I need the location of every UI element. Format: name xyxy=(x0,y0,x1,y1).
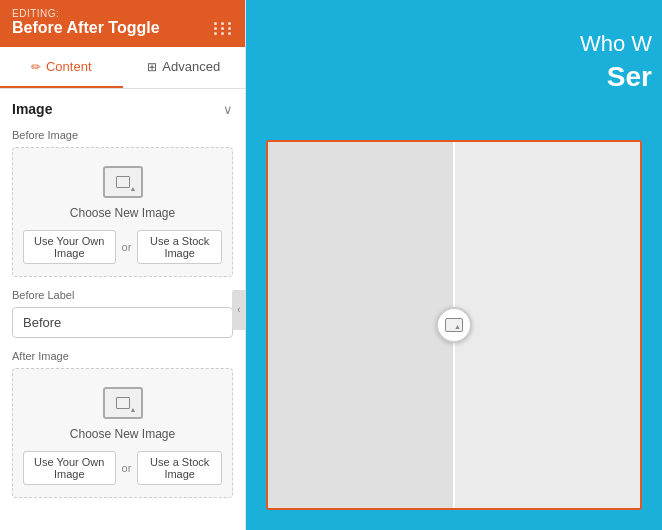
choose-image-text: Choose New Image xyxy=(70,206,175,220)
after-image-btn-row: Use Your Own Image or Use a Stock Image xyxy=(23,451,222,485)
or-text: or xyxy=(122,241,132,253)
before-image-upload-box: Choose New Image Use Your Own Image or U… xyxy=(12,147,233,277)
use-own-image-button[interactable]: Use Your Own Image xyxy=(23,230,116,264)
use-stock-image-button[interactable]: Use a Stock Image xyxy=(137,230,222,264)
after-half xyxy=(455,142,640,508)
sub-text: Ser xyxy=(580,59,652,95)
after-image-upload-box: Choose New Image Use Your Own Image or U… xyxy=(12,368,233,498)
right-panel: Who W Ser xyxy=(246,0,662,530)
who-text: Who W xyxy=(580,30,652,59)
right-top-text: Who W Ser xyxy=(580,30,662,95)
after-image-label: After Image xyxy=(12,350,233,362)
dots-icon xyxy=(214,22,233,35)
image-icon xyxy=(445,318,463,332)
before-after-widget xyxy=(266,140,642,510)
image-placeholder-icon xyxy=(103,166,143,198)
after-or-text: or xyxy=(122,462,132,474)
chevron-down-icon[interactable]: ∨ xyxy=(223,102,233,117)
panel-content: ‹ Image ∨ Before Image Choose New Image … xyxy=(0,89,245,530)
editing-label: EDITING: xyxy=(12,8,233,19)
image-btn-row: Use Your Own Image or Use a Stock Image xyxy=(23,230,222,264)
left-panel: EDITING: Before After Toggle ✏ Content ⊞… xyxy=(0,0,246,530)
before-half xyxy=(268,142,455,508)
pencil-icon: ✏ xyxy=(31,60,41,74)
image-section-header: Image ∨ xyxy=(12,101,233,117)
before-label-field-label: Before Label xyxy=(12,289,233,301)
widget-title: Before After Toggle xyxy=(12,19,233,37)
after-choose-image-text: Choose New Image xyxy=(70,427,175,441)
tab-content[interactable]: ✏ Content xyxy=(0,47,123,88)
slider-handle[interactable] xyxy=(436,307,472,343)
after-use-stock-image-button[interactable]: Use a Stock Image xyxy=(137,451,222,485)
tab-advanced[interactable]: ⊞ Advanced xyxy=(123,47,246,88)
before-label-input[interactable] xyxy=(12,307,233,338)
panel-header: EDITING: Before After Toggle xyxy=(0,0,245,47)
section-title: Image xyxy=(12,101,52,117)
after-use-own-image-button[interactable]: Use Your Own Image xyxy=(23,451,116,485)
tabs: ✏ Content ⊞ Advanced xyxy=(0,47,245,89)
grid-icon: ⊞ xyxy=(147,60,157,74)
before-image-label: Before Image xyxy=(12,129,233,141)
after-image-placeholder-icon xyxy=(103,387,143,419)
collapse-handle[interactable]: ‹ xyxy=(232,290,245,330)
